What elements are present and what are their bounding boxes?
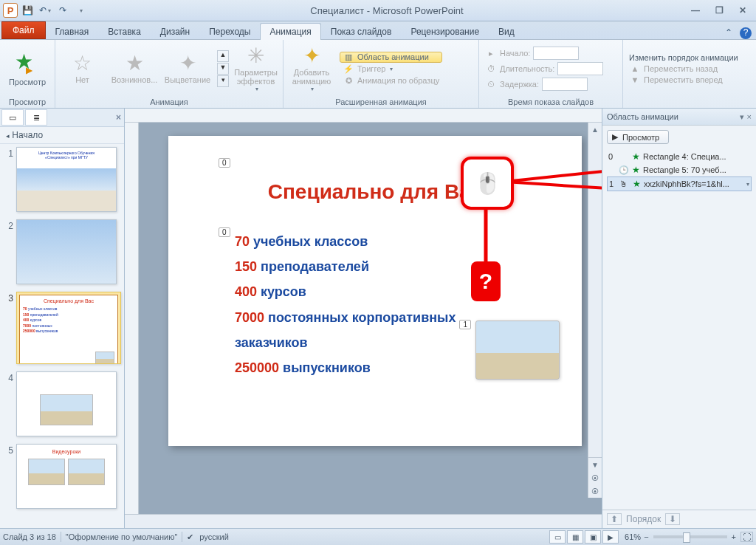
animation-pane: Область анимации ▾ × ▶Просмотр 0★Rectang… (602, 109, 756, 528)
tab-design[interactable]: Дизайн (151, 23, 199, 40)
tab-review[interactable]: Рецензирование (401, 23, 489, 40)
file-tab[interactable]: Файл (1, 21, 46, 39)
tab-slides-icon[interactable]: ▭ (1, 109, 24, 126)
ruler-vertical (125, 123, 139, 514)
thumbnail-5[interactable]: Видеоуроки (16, 444, 117, 509)
scroll-down-icon[interactable]: ▼ (588, 458, 602, 471)
effect-options-button[interactable]: ✳Параметры эффектов▾ (232, 44, 280, 95)
app-logo[interactable]: P (3, 3, 18, 18)
add-animation-icon: ✦ (303, 46, 320, 66)
close-button[interactable]: ✕ (732, 3, 753, 18)
reorder-down-icon[interactable]: ⬇ (665, 513, 680, 525)
timing-duration-input[interactable] (557, 62, 603, 75)
trigger-button[interactable]: ⚡Триггер▾ (340, 64, 442, 75)
view-normal-button[interactable]: ▭ (549, 530, 566, 544)
timing-duration-row: ⏱Длительность: (482, 61, 619, 76)
animation-item-0[interactable]: 0★Rectangle 4: Специа... (607, 150, 752, 163)
undo-icon[interactable]: ↶▾ (37, 2, 53, 18)
move-earlier-button[interactable]: ▲Переместить назад (626, 64, 741, 74)
view-sorter-button[interactable]: ▦ (567, 530, 583, 544)
pane-menu-icon[interactable]: ▾ (740, 112, 744, 122)
preview-button[interactable]: ★▶ Просмотр (3, 49, 52, 89)
vertical-scrollbar[interactable]: ▲ ▼ ⦿ ⦿ (588, 123, 602, 498)
zoom-in-button[interactable]: + (732, 532, 736, 541)
tab-home[interactable]: Главная (46, 23, 99, 40)
slide-body[interactable]: 70 учебных классов 150 преподавателей 40… (235, 229, 456, 380)
slide-title[interactable]: Специально для Вас (198, 180, 552, 204)
scroll-up-icon[interactable]: ▲ (588, 123, 602, 136)
status-slide[interactable]: Слайд 3 из 18 (3, 532, 56, 541)
outline-header: ◂ Начало (0, 127, 124, 144)
save-icon[interactable]: 💾 (19, 2, 35, 18)
thumbnail-4[interactable] (16, 371, 117, 436)
slide[interactable]: 0 Специально для Вас 0 70 учебных классо… (168, 136, 582, 446)
effect-options-icon: ✳ (247, 46, 264, 66)
thumbnails-panel: ▭ ≣ × ◂ Начало 1Центр Компьютерного Обуч… (0, 109, 125, 528)
animation-pane-button[interactable]: ▥Область анимации (340, 52, 442, 63)
reorder-up-icon[interactable]: ⬆ (607, 513, 622, 525)
sequence-tag-0b[interactable]: 0 (219, 227, 230, 237)
window-title: Специалист - Microsoft PowerPoint (89, 5, 685, 16)
slide-canvas[interactable]: 0 Специально для Вас 0 70 учебных классо… (139, 123, 602, 514)
animation-appear[interactable]: ★Возникнов... (109, 51, 159, 86)
ribbon-minimize-icon[interactable]: ⌃ (725, 27, 737, 39)
star-play-icon: ★▶ (15, 52, 40, 76)
slide-area: 0 Специально для Вас 0 70 учебных классо… (125, 109, 602, 528)
status-language[interactable]: русский (199, 532, 228, 541)
timing-delay-row: ⏲Задержка: (482, 77, 619, 92)
move-later-button[interactable]: ▼Переместить вперед (626, 75, 741, 85)
thumbnail-1[interactable]: Центр Компьютерного Обучения«Специалист»… (16, 147, 117, 212)
thumbnail-2[interactable] (16, 219, 117, 284)
tab-insert[interactable]: Вставка (98, 23, 151, 40)
tab-view[interactable]: Вид (489, 23, 524, 40)
zoom-out-button[interactable]: − (644, 532, 648, 541)
tab-outline-icon[interactable]: ≣ (25, 109, 47, 126)
reorder-title: Изменить порядок анимации (626, 52, 741, 63)
tab-slideshow[interactable]: Показ слайдов (321, 23, 402, 40)
status-theme[interactable]: "Оформление по умолчанию" (66, 532, 178, 541)
status-bar: Слайд 3 из 18 "Оформление по умолчанию" … (0, 528, 756, 545)
zoom-value[interactable]: 61% (625, 532, 641, 541)
thumbnail-3[interactable]: Специально для Вас 70 учебных классов150… (16, 292, 121, 364)
spellcheck-icon[interactable]: ✔ (187, 532, 193, 542)
view-slideshow-button[interactable]: ▶ (602, 530, 619, 544)
pane-icon: ▥ (343, 52, 354, 62)
redo-icon[interactable]: ↷ (55, 2, 71, 18)
next-slide-icon[interactable]: ⦿ (588, 484, 602, 498)
gallery-more-icon[interactable]: ▾ (217, 75, 229, 87)
animation-painter-button[interactable]: ✪Анимация по образцу (340, 75, 442, 86)
tab-animations[interactable]: Анимация (260, 23, 320, 40)
add-animation-button[interactable]: ✦Добавить анимацию▾ (286, 44, 337, 95)
play-animation-button[interactable]: ▶Просмотр (607, 130, 669, 144)
animation-list: 0★Rectangle 4: Специа... 🕒★Rectangle 5: … (607, 150, 752, 191)
animation-pane-title: Область анимации (607, 112, 678, 121)
timing-delay-input[interactable] (542, 78, 588, 91)
timing-start-input[interactable] (533, 47, 579, 60)
restore-button[interactable]: ❐ (709, 3, 729, 18)
animation-fade[interactable]: ✦Выцветание (162, 51, 213, 86)
view-reading-button[interactable]: ▣ (585, 530, 601, 544)
ruler-horizontal (125, 109, 602, 123)
pane-close-icon[interactable]: × (747, 112, 752, 121)
painter-icon: ✪ (343, 76, 354, 86)
with-previous-icon: 🕒 (619, 165, 629, 175)
sequence-tag-0a[interactable]: 0 (219, 158, 230, 168)
outline-tabs: ▭ ≣ × (0, 109, 124, 127)
qat-customize-icon[interactable]: ▾ (72, 2, 89, 18)
tab-transitions[interactable]: Переходы (199, 23, 260, 40)
slide-image[interactable] (475, 321, 560, 380)
animation-none[interactable]: ☆Нет (58, 51, 106, 86)
help-icon[interactable]: ? (740, 27, 752, 39)
animation-item-2[interactable]: 1🖱★xxzkiNphhBk?fs=1&hl...▾ (607, 176, 752, 191)
fit-window-button[interactable]: ⛶ (740, 532, 753, 542)
close-panel-icon[interactable]: × (116, 112, 121, 123)
minimize-button[interactable]: — (685, 3, 706, 18)
sequence-tag-1[interactable]: 1 (459, 320, 471, 329)
gallery-down-icon[interactable]: ▼ (217, 63, 229, 75)
animation-item-1[interactable]: 🕒★Rectangle 5: 70 учеб... (607, 163, 752, 176)
prev-slide-icon[interactable]: ⦿ (588, 471, 602, 484)
group-label-animation: Анимация (58, 96, 280, 108)
horizontal-scrollbar[interactable] (125, 514, 602, 528)
zoom-slider[interactable] (653, 535, 727, 538)
gallery-up-icon[interactable]: ▲ (217, 50, 229, 62)
